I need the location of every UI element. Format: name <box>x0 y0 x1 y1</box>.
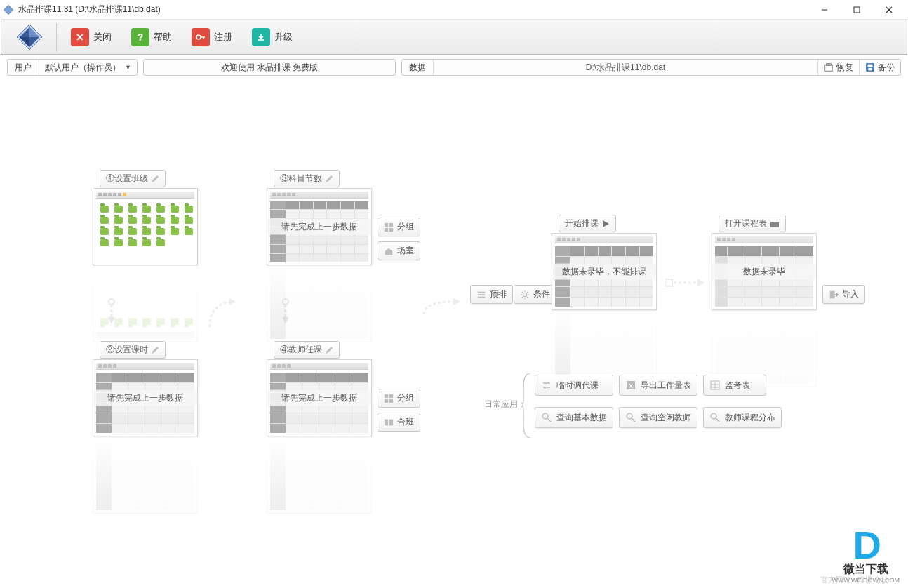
logo-icon <box>15 23 44 51</box>
minimize-button[interactable] <box>808 0 841 20</box>
close-icon: ✕ <box>71 28 89 46</box>
start-overlay: 数据未录毕，不能排课 <box>552 264 656 280</box>
search-icon <box>709 412 721 423</box>
svg-rect-38 <box>478 296 486 298</box>
step2-overlay: 请先完成上一步数据 <box>93 390 197 406</box>
app-query-idle[interactable]: 查询空闲教师 <box>619 407 697 428</box>
svg-rect-34 <box>389 419 393 425</box>
step2-thumbnail[interactable]: 请先完成上一步数据 <box>93 359 198 436</box>
step1-thumbnail[interactable] <box>93 188 198 265</box>
svg-rect-16 <box>868 65 873 67</box>
app-query-basic[interactable]: 查询基本数据 <box>535 407 613 428</box>
svg-marker-43 <box>697 279 705 287</box>
save-icon <box>865 62 875 72</box>
group-button-1[interactable]: 分组 <box>378 218 420 236</box>
svg-line-56 <box>716 418 719 422</box>
import-button[interactable]: 导入 <box>822 285 865 304</box>
filter-bar: 用户 默认用户（操作员） ▼ 欢迎使用 水晶排课 免费版 数据 D:\水晶排课1… <box>0 55 908 80</box>
flow-arrow-icon <box>665 275 707 292</box>
restore-icon <box>824 62 834 72</box>
table-icon <box>709 380 721 391</box>
svg-rect-32 <box>389 399 393 402</box>
svg-rect-30 <box>389 394 393 397</box>
app-export-workload[interactable]: X导出工作量表 <box>619 375 697 396</box>
step3-overlay: 请先完成上一步数据 <box>267 219 371 235</box>
open-timetable-button[interactable]: 打开课程表 <box>719 215 786 232</box>
svg-marker-0 <box>4 5 13 14</box>
folder-open-icon <box>770 220 780 228</box>
svg-rect-14 <box>827 64 832 66</box>
svg-line-52 <box>547 418 551 422</box>
welcome-banner: 欢迎使用 水晶排课 免费版 <box>143 59 396 76</box>
excel-icon: X <box>625 380 636 391</box>
conditions-button[interactable]: 条件 <box>514 285 556 304</box>
pencil-icon <box>151 346 159 354</box>
data-label: 数据 <box>402 60 434 75</box>
search-icon <box>625 412 636 423</box>
svg-rect-23 <box>389 222 393 226</box>
step4-thumbnail[interactable]: 请先完成上一步数据 <box>267 359 372 436</box>
import-icon <box>829 290 839 300</box>
user-label: 用户 <box>8 60 39 75</box>
workflow-canvas: ①设置班级 <box>0 80 908 588</box>
flow-arrow-icon <box>206 298 239 331</box>
step1-button[interactable]: ①设置班级 <box>100 170 166 187</box>
backup-button[interactable]: 备份 <box>859 60 900 75</box>
title-bar: 水晶排课11.31 (D:\水晶排课11\db.dat) <box>0 0 908 20</box>
restore-button[interactable]: 恢复 <box>817 60 859 75</box>
toolbar-upgrade-button[interactable]: 升级 <box>252 28 293 46</box>
app-icon <box>3 4 14 15</box>
svg-point-55 <box>711 413 716 419</box>
step3-button[interactable]: ③科目节数 <box>274 170 340 187</box>
home-icon <box>384 246 394 256</box>
toolbar-close-button[interactable]: ✕ 关闭 <box>71 28 112 46</box>
prearrange-button[interactable]: 预排 <box>470 285 513 304</box>
svg-marker-35 <box>453 298 460 305</box>
svg-point-26 <box>283 299 288 305</box>
data-path: D:\水晶排课11\db.dat <box>434 62 817 74</box>
user-select[interactable]: 默认用户（操作员） ▼ <box>39 60 137 75</box>
main-toolbar: ✕ 关闭 ? 帮助 注册 升级 <box>1 20 907 55</box>
maximize-button[interactable] <box>841 0 873 20</box>
svg-text:X: X <box>629 382 633 389</box>
svg-point-51 <box>542 413 548 419</box>
toolbar-register-button[interactable]: 注册 <box>192 28 232 46</box>
svg-marker-7 <box>29 27 39 37</box>
svg-marker-20 <box>108 317 115 324</box>
svg-rect-31 <box>385 399 388 402</box>
app-temp-swap[interactable]: 临时调代课 <box>535 375 613 396</box>
daily-label: 日常应用： <box>484 397 526 410</box>
open-overlay: 数据未录毕 <box>712 264 816 280</box>
pencil-icon <box>151 175 159 183</box>
step4-button[interactable]: ④教师任课 <box>274 341 340 359</box>
svg-rect-33 <box>385 419 388 425</box>
svg-point-39 <box>523 293 526 296</box>
start-schedule-button[interactable]: 开始排课 <box>559 215 616 232</box>
room-button[interactable]: 场室 <box>378 241 420 260</box>
pencil-icon <box>325 175 333 183</box>
key-icon <box>192 28 210 46</box>
flow-arrow-icon <box>276 298 295 327</box>
toolbar-help-button[interactable]: ? 帮助 <box>131 28 172 46</box>
svg-rect-29 <box>385 394 388 397</box>
svg-rect-17 <box>868 68 872 71</box>
open-thumbnail[interactable]: 数据未录毕 <box>712 233 817 310</box>
group-button-2[interactable]: 分组 <box>378 389 420 408</box>
svg-rect-44 <box>830 290 835 298</box>
app-teacher-dist[interactable]: 教师课程分布 <box>703 407 782 428</box>
close-window-button[interactable] <box>873 0 905 20</box>
swap-icon <box>541 380 552 391</box>
svg-marker-21 <box>229 298 235 305</box>
svg-marker-8 <box>20 37 29 47</box>
svg-point-18 <box>109 299 114 305</box>
merge-class-button[interactable]: 合班 <box>378 413 420 432</box>
chevron-down-icon: ▼ <box>125 64 131 71</box>
brace-icon <box>522 373 532 438</box>
app-exam-table[interactable]: 监考表 <box>703 375 766 396</box>
svg-point-53 <box>627 413 632 419</box>
start-thumbnail[interactable]: 数据未录毕，不能排课 <box>552 233 657 310</box>
svg-rect-41 <box>665 279 672 286</box>
step2-button[interactable]: ②设置课时 <box>100 341 166 359</box>
pencil-icon <box>325 346 333 354</box>
step3-thumbnail[interactable]: 请先完成上一步数据 <box>267 188 372 265</box>
